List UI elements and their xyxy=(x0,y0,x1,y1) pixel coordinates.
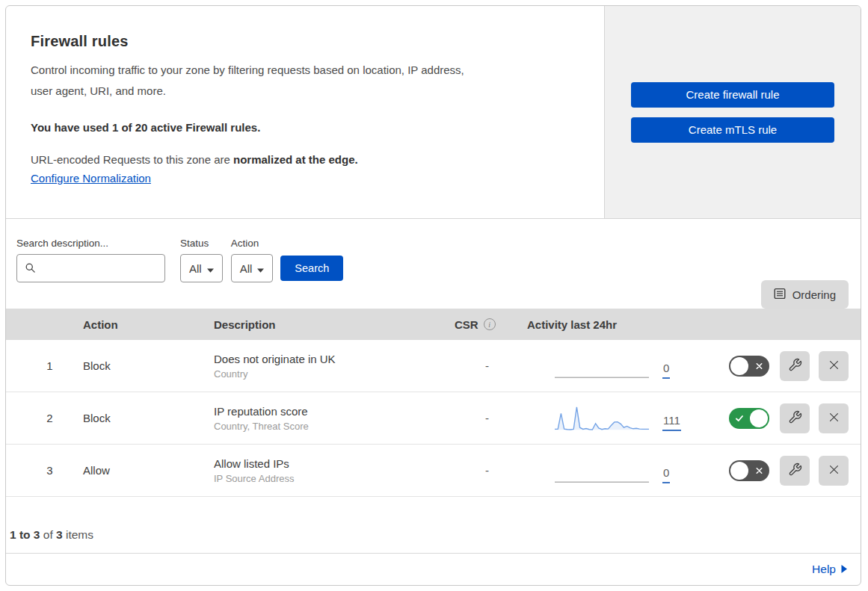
close-icon xyxy=(828,463,840,478)
intro-panel: Firewall rules Control incoming traffic … xyxy=(6,6,604,218)
edit-rule-button[interactable] xyxy=(780,456,810,486)
rule-controls xyxy=(707,456,861,486)
filter-bar: Search description... Status All Action xyxy=(6,219,861,309)
normalization-bold: normalized at the edge. xyxy=(233,153,358,166)
csr-header-label: CSR xyxy=(455,318,478,331)
rule-csr-value: - xyxy=(447,464,527,477)
rule-priority: 3 xyxy=(6,464,77,477)
help-footer: Help xyxy=(6,553,861,585)
cross-icon xyxy=(755,466,763,474)
of-text: of xyxy=(40,528,56,542)
rule-activity-cell: 111 xyxy=(527,392,707,431)
create-mtls-rule-button[interactable]: Create mTLS rule xyxy=(631,117,834,143)
rule-action: Block xyxy=(77,412,208,424)
ordering-label: Ordering xyxy=(792,288,836,301)
check-icon xyxy=(735,414,744,423)
caret-right-icon xyxy=(841,563,847,576)
wrench-icon xyxy=(788,462,802,479)
rule-action: Allow xyxy=(77,464,208,477)
search-icon xyxy=(25,262,36,276)
configure-normalization-link[interactable]: Configure Normalization xyxy=(31,172,151,185)
activity-sparkline xyxy=(555,457,649,483)
action-label: Action xyxy=(231,238,274,249)
rule-description: Does not originate in UK xyxy=(214,353,447,365)
toggle-knob xyxy=(730,357,748,375)
activity-sparkline xyxy=(555,352,649,379)
action-column-header: Action xyxy=(77,318,208,331)
rule-criteria: Country, Threat Score xyxy=(214,421,447,432)
cta-panel: Create firewall rule Create mTLS rule xyxy=(604,6,861,218)
chevron-down-icon xyxy=(207,262,214,275)
rule-enabled-toggle[interactable] xyxy=(729,356,769,377)
toggle-knob xyxy=(730,462,748,480)
create-firewall-rule-button[interactable]: Create firewall rule xyxy=(631,82,834,108)
close-icon xyxy=(828,359,840,374)
firewall-rules-card: Firewall rules Control incoming traffic … xyxy=(5,5,861,586)
action-dropdown[interactable]: All xyxy=(231,254,274,282)
rule-description-cell: Allow listed IPs IP Source Address xyxy=(208,457,447,484)
header-section: Firewall rules Control incoming traffic … xyxy=(6,6,861,219)
rule-controls xyxy=(707,351,861,381)
usage-summary: You have used 1 of 20 active Firewall ru… xyxy=(31,121,574,134)
action-filter-group: Action All xyxy=(231,238,274,282)
rule-description: Allow listed IPs xyxy=(214,457,447,470)
status-selected-value: All xyxy=(189,262,202,275)
rule-priority: 2 xyxy=(6,412,77,424)
table-header: Action Description CSR i Activity last 2… xyxy=(6,309,861,340)
help-label: Help xyxy=(812,563,836,576)
status-dropdown[interactable]: All xyxy=(180,254,223,282)
filter-bar-right: Ordering xyxy=(761,280,849,309)
search-group: Search description... xyxy=(16,238,180,282)
wrench-icon xyxy=(788,358,802,374)
rule-criteria: Country xyxy=(214,368,447,380)
table-row: 1 Block Does not originate in UK Country… xyxy=(6,340,861,392)
activity-count-link[interactable]: 0 xyxy=(662,467,670,483)
rule-enabled-toggle[interactable] xyxy=(729,408,769,429)
activity-count-link[interactable]: 111 xyxy=(662,415,681,431)
rule-activity-cell: 0 xyxy=(527,445,707,483)
edit-rule-button[interactable] xyxy=(780,403,810,433)
items-text: items xyxy=(63,528,93,542)
items-range: 1 to 3 xyxy=(10,528,40,542)
action-selected-value: All xyxy=(240,262,253,275)
activity-count-link[interactable]: 0 xyxy=(662,362,670,379)
rule-action: Block xyxy=(77,359,208,372)
page-title: Firewall rules xyxy=(31,33,574,50)
rule-activity-cell: 0 xyxy=(527,340,707,379)
info-icon[interactable]: i xyxy=(484,318,496,330)
search-button[interactable]: Search xyxy=(280,256,343,281)
description-column-header: Description xyxy=(208,318,447,331)
description-line1: Control incoming traffic to your zone by… xyxy=(31,64,464,76)
help-link[interactable]: Help xyxy=(812,563,847,576)
chevron-down-icon xyxy=(257,262,264,275)
delete-rule-button[interactable] xyxy=(819,403,849,433)
filter-controls: Search description... Status All Action xyxy=(16,238,343,282)
close-icon xyxy=(828,411,840,426)
normalization-note: URL-encoded Requests to this zone are no… xyxy=(31,152,574,168)
edit-rule-button[interactable] xyxy=(780,351,810,381)
toggle-knob xyxy=(750,409,768,427)
delete-rule-button[interactable] xyxy=(819,456,849,486)
rule-enabled-toggle[interactable] xyxy=(729,460,769,481)
table-row: 3 Allow Allow listed IPs IP Source Addre… xyxy=(6,445,861,497)
delete-rule-button[interactable] xyxy=(819,351,849,381)
rule-priority: 1 xyxy=(6,359,77,372)
wrench-icon xyxy=(788,410,802,427)
rule-criteria: IP Source Address xyxy=(214,473,447,484)
ordering-button[interactable]: Ordering xyxy=(761,280,849,309)
cross-icon xyxy=(755,362,763,370)
normalization-prefix: URL-encoded Requests to this zone are xyxy=(31,153,233,166)
activity-sparkline xyxy=(555,404,649,431)
description-line2: user agent, URI, and more. xyxy=(31,84,166,97)
items-total: 3 xyxy=(56,528,63,542)
table-row: 2 Block IP reputation score Country, Thr… xyxy=(6,392,861,445)
ordering-list-icon xyxy=(774,288,786,302)
status-filter-group: Status All xyxy=(180,238,223,282)
search-input[interactable] xyxy=(16,254,165,282)
search-field-wrap xyxy=(16,254,165,282)
rule-description-cell: IP reputation score Country, Threat Scor… xyxy=(208,405,447,432)
activity-column-header: Activity last 24hr xyxy=(527,318,707,331)
rule-description: IP reputation score xyxy=(214,405,447,418)
search-label: Search description... xyxy=(16,238,180,249)
rule-controls xyxy=(707,403,861,433)
